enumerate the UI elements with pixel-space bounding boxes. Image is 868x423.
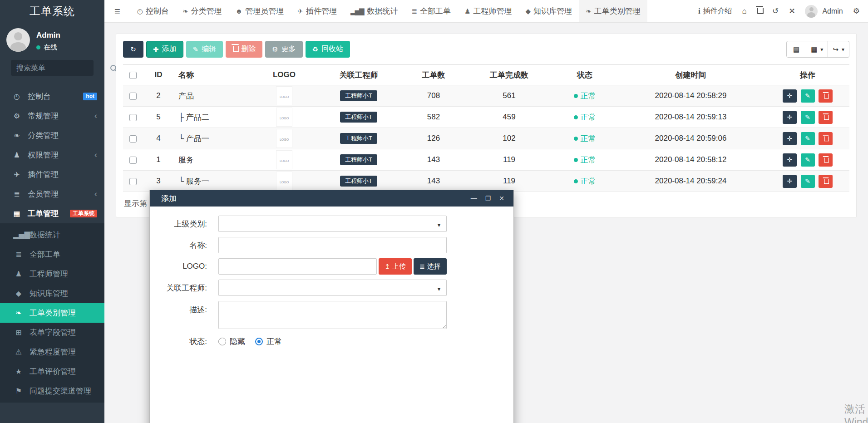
recycle-bin-button[interactable]: ♻回收站: [306, 41, 350, 58]
move-button[interactable]: ✛: [783, 89, 797, 103]
edit-label: 编辑: [202, 44, 216, 54]
columns-button[interactable]: ▦▾: [806, 41, 828, 58]
move-button[interactable]: ✛: [783, 153, 797, 167]
logo-input[interactable]: [218, 258, 377, 275]
user-menu[interactable]: Admin: [805, 5, 843, 18]
row-delete-button[interactable]: [819, 89, 833, 103]
tab-知识库管理[interactable]: ◆ 知识库管理: [519, 0, 579, 22]
name-input[interactable]: [218, 237, 447, 253]
sidebar-item-分类管理[interactable]: ❧ 分类管理: [0, 126, 104, 145]
cell-created-time: 2020-08-14 20:59:13: [616, 107, 766, 128]
row-checkbox[interactable]: [129, 93, 137, 100]
settings-gear-icon[interactable]: ⚙: [853, 6, 860, 16]
tab-icon: ≣: [412, 7, 417, 15]
tab-全部工单[interactable]: ≣ 全部工单: [405, 0, 458, 22]
sidebar-item-控制台[interactable]: ◴ 控制台 hot: [0, 87, 104, 106]
fullscreen-icon[interactable]: ✛: [786, 5, 798, 17]
tab-工程师管理[interactable]: ♟ 工程师管理: [458, 0, 518, 22]
row-edit-button[interactable]: ✎: [801, 89, 815, 103]
maximize-icon[interactable]: ❐: [485, 195, 491, 202]
status-radio[interactable]: 隐藏: [218, 336, 245, 347]
description-textarea[interactable]: [218, 301, 447, 329]
engineer-select[interactable]: [218, 280, 447, 296]
row-edit-button[interactable]: ✎: [801, 111, 815, 124]
sidebar-item-工单管理[interactable]: ▦ 工单管理 工单系统: [0, 204, 104, 223]
row-checkbox[interactable]: [129, 178, 137, 185]
paging-toggle-button[interactable]: ▤: [786, 41, 806, 58]
row-delete-button[interactable]: [819, 132, 833, 145]
tab-label: 工单类别管理: [594, 6, 641, 16]
tab-分类管理[interactable]: ❧ 分类管理: [176, 0, 229, 22]
sidebar-item-权限管理[interactable]: ♟ 权限管理 ‹: [0, 145, 104, 165]
upload-button[interactable]: ↥上传: [379, 258, 412, 275]
cell-completed: 119: [464, 149, 554, 171]
sidebar-toggle-button[interactable]: ≡: [104, 0, 130, 22]
move-button[interactable]: ✛: [783, 111, 797, 124]
export-button[interactable]: ↪▾: [828, 41, 849, 58]
pencil-icon: ✎: [193, 45, 199, 54]
logo-thumbnail: LOGO: [276, 172, 292, 190]
search-input[interactable]: [16, 64, 110, 72]
tab-数据统计[interactable]: ▂▅▇ 数据统计: [344, 0, 405, 22]
home-icon[interactable]: ⌂: [742, 7, 747, 16]
parent-category-select[interactable]: [218, 216, 447, 232]
more-button[interactable]: ⚙更多: [265, 41, 302, 58]
columns-icon: ▦: [811, 45, 817, 54]
sidebar-item-插件管理[interactable]: ✈ 插件管理: [0, 165, 104, 184]
header-checkbox-cell: [123, 65, 143, 85]
chevron-left-icon: ‹: [94, 111, 97, 121]
sidebar-item-工程师管理[interactable]: ♟ 工程师管理: [0, 264, 104, 284]
sidebar-item-会员管理[interactable]: ≣ 会员管理 ‹: [0, 184, 104, 204]
status-radio[interactable]: 正常: [255, 336, 282, 347]
upload-icon: ↥: [385, 263, 390, 270]
tab-工单类别管理[interactable]: ❧ 工单类别管理: [579, 0, 647, 22]
row-edit-button[interactable]: ✎: [801, 175, 815, 188]
sidebar-item-label: 工单管理: [28, 208, 70, 219]
move-button[interactable]: ✛: [783, 175, 797, 188]
sidebar-item-badge: 工单系统: [70, 210, 97, 217]
sidebar-item-工单评价管理[interactable]: ★ 工单评价管理: [0, 362, 104, 381]
row-delete-button[interactable]: [819, 175, 833, 188]
trash-icon: [757, 8, 762, 14]
refresh-button[interactable]: ↻: [123, 41, 143, 58]
sidebar-item-问题提交渠道管理[interactable]: ⚑ 问题提交渠道管理: [0, 381, 104, 401]
table-row: 1 服务 LOGO 工程师小T 143 119 正常 2020-08-14 20…: [123, 149, 849, 171]
row-edit-button[interactable]: ✎: [801, 132, 815, 145]
sidebar-item-表单字段管理[interactable]: ⊞ 表单字段管理: [0, 323, 104, 342]
sidebar-item-紧急程度管理[interactable]: ⚠ 紧急程度管理: [0, 342, 104, 362]
clear-cache-icon[interactable]: ↺: [772, 6, 779, 16]
plugin-intro-link[interactable]: i 插件介绍: [698, 6, 732, 16]
sidebar-item-知识库管理[interactable]: ◆ 知识库管理: [0, 284, 104, 303]
trash-topbar-button[interactable]: [757, 7, 762, 16]
row-checkbox[interactable]: [129, 157, 137, 164]
add-dialog-header[interactable]: 添加 — ❐ ✕: [150, 190, 513, 207]
gear-icon: ⚙: [272, 45, 278, 54]
row-delete-button[interactable]: [819, 111, 833, 124]
add-button[interactable]: ✚添加: [146, 41, 183, 58]
edit-button[interactable]: ✎编辑: [186, 41, 223, 58]
row-checkbox[interactable]: [129, 135, 137, 143]
move-button[interactable]: ✛: [783, 132, 797, 145]
minimize-icon[interactable]: —: [471, 195, 477, 202]
sidebar-search[interactable]: [11, 60, 94, 76]
sidebar-item-数据统计[interactable]: ▂▅▇ 数据统计: [0, 225, 104, 245]
tab-label: 插件管理: [306, 6, 337, 16]
sidebar-submenu: ▂▅▇ 数据统计 ≣ 全部工单 ♟ 工程师管理 ◆ 知识库管理 ❧ 工单类别管理…: [0, 223, 104, 403]
logo-thumbnail: LOGO: [276, 87, 292, 105]
tab-插件管理[interactable]: ✈ 插件管理: [291, 0, 344, 22]
row-checkbox[interactable]: [129, 114, 137, 121]
sidebar-item-常规管理[interactable]: ⚙ 常规管理 ‹: [0, 106, 104, 126]
tab-控制台[interactable]: ◴ 控制台: [130, 0, 176, 22]
col-header-completed: 工单完成数: [464, 65, 554, 85]
sidebar-item-全部工单[interactable]: ≣ 全部工单: [0, 245, 104, 264]
row-edit-button[interactable]: ✎: [801, 153, 815, 167]
close-icon[interactable]: ✕: [499, 195, 504, 202]
choose-button[interactable]: ≣选择: [414, 258, 447, 275]
sidebar-menu: ◴ 控制台 hot ⚙ 常规管理 ‹ ❧ 分类管理 ♟ 权限管理 ‹ ✈ 插件管…: [0, 87, 104, 423]
sidebar-item-工单类别管理[interactable]: ❧ 工单类别管理: [0, 303, 104, 323]
row-delete-button[interactable]: [819, 153, 833, 167]
tab-管理员管理[interactable]: ☻ 管理员管理: [229, 0, 291, 22]
toolbar: ↻ ✚添加 ✎编辑 删除 ⚙更多 ♻回收站 ▤ ▦▾ ↪▾: [123, 41, 849, 58]
delete-button[interactable]: 删除: [226, 41, 262, 58]
select-all-checkbox[interactable]: [129, 72, 137, 79]
